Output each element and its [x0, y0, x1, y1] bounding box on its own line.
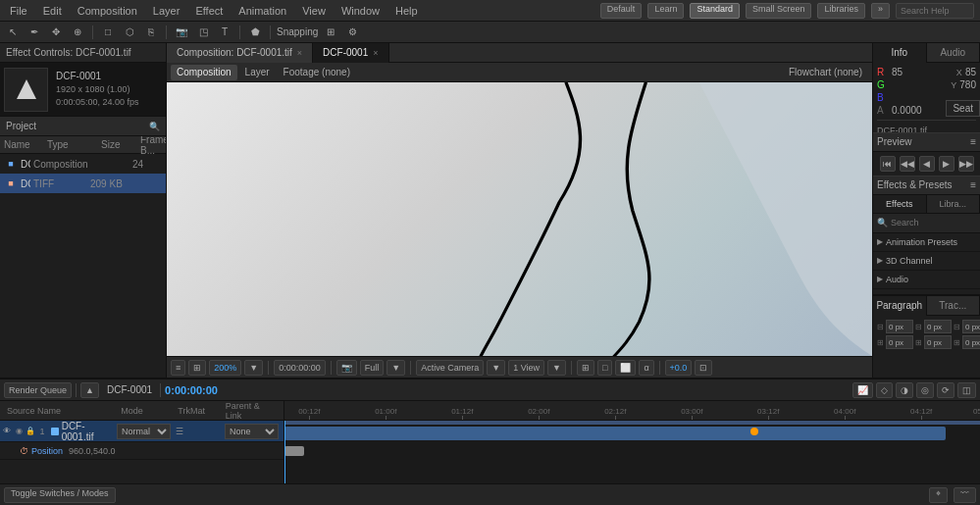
tool-shape[interactable]: □	[99, 24, 117, 41]
workspace-small-screen[interactable]: Small Screen	[746, 3, 812, 19]
comp-view-tab-0[interactable]: Composition: DCF-0001.tif ×	[167, 43, 313, 63]
nav-menu-file[interactable]: File	[6, 5, 31, 17]
sec-tab-footage[interactable]: Footage (none)	[278, 65, 356, 80]
tool-mask[interactable]: ⬟	[246, 24, 264, 41]
tl-frame-blend-btn[interactable]: ◎	[916, 382, 934, 398]
eff-tab-effects[interactable]: Effects	[873, 195, 927, 213]
search-help-input[interactable]	[896, 3, 974, 19]
nav-menu-edit[interactable]: Edit	[39, 5, 66, 17]
viewer-views-down[interactable]: ▼	[547, 360, 566, 376]
nav-menu-help[interactable]: Help	[391, 5, 422, 17]
effect-group-header-3d[interactable]: ▶ 3D Channel	[873, 252, 980, 270]
tool-move[interactable]: ✥	[47, 24, 65, 41]
tool-text[interactable]: T	[216, 24, 233, 41]
tl-draft-btn[interactable]: ◫	[957, 382, 976, 398]
sublayer-position[interactable]: ⏱ Position 960.0,540.0	[0, 442, 284, 460]
nav-menu-composition[interactable]: Composition	[74, 5, 141, 17]
tl-live-update-btn[interactable]: ⟳	[937, 382, 954, 398]
work-area-bar[interactable]	[284, 421, 980, 425]
tl-graph-btn[interactable]: 📈	[852, 382, 873, 398]
para-tab-trac[interactable]: Trac...	[927, 296, 981, 316]
nav-menu-layer[interactable]: Layer	[149, 5, 184, 17]
sec-tab-composition[interactable]: Composition	[171, 65, 237, 80]
para-field-4[interactable]	[886, 335, 913, 349]
prev-step-back-btn[interactable]: ◀	[919, 156, 935, 172]
viewer-zoom-down[interactable]: ▼	[244, 360, 263, 376]
tl-tracks[interactable]	[284, 421, 980, 483]
workspace-default[interactable]: Default	[600, 3, 643, 19]
viewer-views-btn[interactable]: 1 View	[508, 360, 544, 376]
close-icon-0[interactable]: ×	[297, 48, 302, 58]
viewer-camera-btn[interactable]: Active Camera	[416, 360, 484, 376]
nav-menu-window[interactable]: Window	[337, 5, 384, 17]
preview-settings-icon[interactable]: ≡	[970, 136, 976, 147]
sec-tab-flowchart[interactable]: Flowchart (none)	[783, 65, 868, 80]
more-workspaces-icon[interactable]: »	[871, 3, 890, 19]
render-queue-btn[interactable]: Render Queue	[4, 382, 72, 398]
tool-pen[interactable]: ✒	[26, 24, 43, 41]
layer-eye-icon-0[interactable]: 👁	[2, 426, 12, 437]
sec-tab-layer[interactable]: Layer	[239, 65, 276, 80]
layer-solo-icon-0[interactable]: ◉	[14, 426, 24, 437]
rp-tab-info[interactable]: Info	[873, 43, 927, 63]
viewer-alpha-btn[interactable]: α	[639, 360, 653, 376]
snapping-options[interactable]: ⚙	[343, 24, 361, 41]
layer-sublayer-bar-0[interactable]	[284, 446, 304, 456]
prev-first-btn[interactable]: ⏮	[880, 156, 896, 172]
viewer-zoom-btn[interactable]: 200%	[209, 360, 241, 376]
layer-mode-select-0[interactable]: Normal	[117, 424, 171, 439]
effect-group-header-animation[interactable]: ▶ Animation Presets	[873, 233, 980, 251]
prev-back-btn[interactable]: ◀◀	[900, 156, 915, 172]
tool-clone[interactable]: ⎘	[142, 24, 160, 41]
project-item-0[interactable]: ■ DCF-0001 Composition 24	[0, 154, 166, 174]
tool-3d[interactable]: ◳	[194, 24, 212, 41]
viewer-reset-btn[interactable]: ⊡	[695, 360, 712, 376]
para-field-3[interactable]	[962, 320, 980, 333]
search-icon[interactable]: 🔍	[149, 122, 160, 131]
workspace-libraries[interactable]: Libraries	[817, 3, 865, 19]
para-field-6[interactable]	[962, 335, 980, 349]
comp-view-tab-1[interactable]: DCF-0001 ×	[313, 43, 388, 63]
para-field-5[interactable]	[924, 335, 952, 349]
prev-step-fwd-btn[interactable]: ▶▶	[958, 156, 974, 172]
para-tab-paragraph[interactable]: Paragraph	[873, 296, 927, 316]
project-item-1[interactable]: ■ DCF-0001.tif TIFF 209 KB	[0, 174, 166, 193]
tl-time-display[interactable]: 0:00:00:00	[165, 384, 218, 396]
viewer-region-btn[interactable]: □	[597, 360, 612, 376]
tool-zoom-in[interactable]: ⊕	[69, 24, 86, 41]
snapping-toggle[interactable]: ⊞	[322, 24, 339, 41]
tool-arrow[interactable]: ↖	[4, 24, 22, 41]
effect-group-header-audio[interactable]: ▶ Audio	[873, 271, 980, 288]
viewer-snapshot-btn[interactable]: 📷	[336, 360, 357, 376]
eff-tab-libra[interactable]: Libra...	[927, 195, 981, 213]
para-field-1[interactable]	[886, 320, 913, 333]
tl-add-marker-btn[interactable]: ◇	[876, 382, 893, 398]
workspace-learn[interactable]: Learn	[647, 3, 684, 19]
playhead[interactable]	[284, 421, 285, 483]
viewer-menu-btn[interactable]: ≡	[171, 360, 185, 376]
layer-parent-select-0[interactable]: None	[225, 424, 279, 439]
layer-bar-0[interactable]	[284, 427, 946, 440]
effects-search-input[interactable]	[891, 218, 976, 227]
layer-lock-icon-0[interactable]: 🔒	[26, 426, 35, 437]
tl-motion-blur-btn[interactable]: ◑	[896, 382, 913, 398]
tool-camera[interactable]: 📷	[173, 24, 190, 41]
nav-menu-effect[interactable]: Effect	[191, 5, 227, 17]
effects-menu-icon[interactable]: ≡	[970, 179, 976, 190]
tl-layer-0[interactable]: 👁 ◉ 🔒 1 DCF-0001.tif N	[0, 421, 284, 442]
prev-play-btn[interactable]: ▶	[939, 156, 954, 172]
viewer-grid-btn[interactable]: ⊞	[577, 360, 594, 376]
rp-tab-audio[interactable]: Audio	[927, 43, 981, 63]
tl-footer-nav-btn[interactable]: ⌖	[929, 487, 948, 503]
tool-brush[interactable]: ⬡	[121, 24, 138, 41]
viewer-time-btn[interactable]: 0:00:00:00	[274, 360, 326, 376]
tl-expand-btn[interactable]: ▲	[80, 382, 99, 398]
toggle-switches-btn[interactable]: Toggle Switches / Modes	[4, 487, 116, 503]
viewer-camera-down[interactable]: ▼	[487, 360, 505, 376]
tl-footer-wave-btn[interactable]: 〰	[954, 487, 976, 503]
viewer-always-preview-btn[interactable]: ⊞	[188, 360, 206, 376]
viewer-canvas[interactable]	[167, 82, 872, 356]
nav-menu-view[interactable]: View	[298, 5, 330, 17]
viewer-quality-btn[interactable]: Full	[360, 360, 385, 376]
close-icon-1[interactable]: ×	[373, 48, 378, 58]
